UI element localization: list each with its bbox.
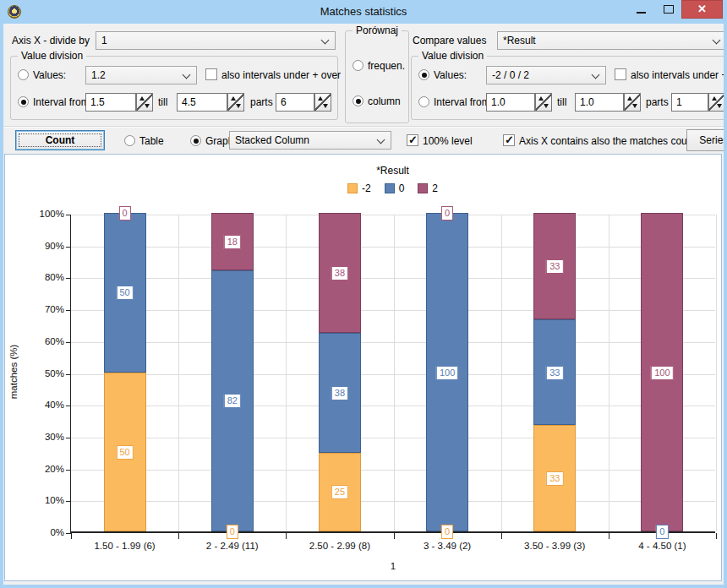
level-100-label: 100% level [423,135,473,147]
left-values-radio[interactable] [18,69,29,80]
porownaj-group: Porównaj frequen. column [345,30,409,123]
bar-value-label: 33 [546,471,563,486]
grid-line-vertical [286,215,287,531]
frequen-label: frequen. [368,60,405,72]
x-axis-title: 1 [71,561,715,571]
table-radio[interactable] [124,135,135,146]
window-title: Matches statistics [0,5,727,18]
grid-line-vertical [609,215,609,531]
chevron-down-icon [713,36,721,45]
close-button[interactable] [681,0,723,19]
right-till-value: 1.0 [575,93,624,112]
bar-value-label: 38 [331,386,348,400]
left-interval-from-spinner[interactable]: 1.5 [85,93,153,112]
graph-radio[interactable] [190,135,201,146]
x-axis-tick [71,533,72,539]
chart-legend: -202 [70,182,715,194]
legend-label: 2 [432,182,438,194]
axis-x-label: Axis X - divide by [12,35,90,46]
column-label: column [368,95,401,107]
y-tick-label: 100% [3,209,64,219]
right-till-spinner[interactable]: 1.0 [575,93,641,112]
right-interval-from-label: Interval from [434,96,490,108]
spin-updown-icon[interactable] [535,93,552,112]
left-till-value: 4.5 [177,93,227,112]
left-values-label: Values: [33,69,66,81]
left-also-intervals-label: also intervals under + over [221,69,341,81]
spin-updown-icon[interactable] [136,93,153,112]
left-till-label: till [158,96,167,108]
column-radio[interactable] [353,95,364,106]
compare-values-label: Compare values [413,35,486,46]
right-interval-from-value: 1.0 [486,93,535,112]
graph-type-combobox[interactable]: Stacked Column [229,131,391,150]
y-axis-tick [66,501,71,502]
title-bar: Matches statistics [0,0,727,24]
bar-value-label: 100 [651,366,673,380]
axis-x-count-checkbox[interactable] [503,134,515,146]
bar-value-label: 0 [227,525,238,539]
right-values-radio[interactable] [418,69,429,80]
left-parts-spinner[interactable]: 6 [276,93,331,112]
compare-values-combobox[interactable]: *Result [497,31,724,50]
count-button-label: Count [16,134,104,146]
left-interval-radio[interactable] [18,96,29,107]
axis-x-combobox-value: 1 [101,35,107,46]
axis-x-combobox[interactable]: 1 [96,31,336,50]
legend-label: 0 [399,182,405,194]
right-parts-spinner[interactable]: 1 [671,93,724,112]
minimize-icon [637,12,646,14]
x-axis-tick [286,533,287,539]
x-axis-tick [501,533,502,539]
left-till-spinner[interactable]: 4.5 [177,93,244,112]
left-values-combobox[interactable]: 1.2 [85,66,197,84]
right-values-label: Values: [434,69,467,81]
frequen-radio[interactable] [353,60,364,71]
bar-value-label: 0 [441,525,453,539]
legend-item: -2 [347,182,371,194]
series-button-label: Series ... [687,134,724,146]
bar-value-label: 82 [224,394,241,408]
right-till-label: till [557,96,566,108]
series-button[interactable]: Series ... [686,129,724,151]
right-values-combobox[interactable]: -2 / 0 / 2 [486,66,606,84]
maximize-button[interactable] [658,2,680,17]
right-also-intervals-label: also intervals under + over [631,69,724,81]
y-axis-tick [66,215,71,215]
table-label: Table [139,135,164,147]
graph-type-combobox-value: Stacked Column [235,134,309,146]
bar-value-label: 100 [436,366,458,380]
spin-updown-icon[interactable] [624,93,641,112]
spin-updown-icon[interactable] [708,93,724,112]
left-value-division-group: Value division Values: 1.2 also interval… [10,56,338,120]
bar-value-label: 0 [119,206,131,220]
x-category-label: 3.50 - 3.99 (3) [501,541,609,551]
right-interval-from-spinner[interactable]: 1.0 [486,93,552,112]
level-100-checkbox[interactable] [407,134,418,146]
minimize-button[interactable] [631,2,653,17]
count-button[interactable]: Count [15,130,105,150]
compare-values-combobox-value: *Result [503,35,536,46]
spin-updown-icon[interactable] [314,93,331,112]
y-tick-label: 70% [3,304,64,314]
x-axis-tick [394,533,395,539]
y-axis-tick [66,406,71,406]
right-interval-radio[interactable] [418,96,429,107]
right-value-division-label: Value division [418,50,487,62]
right-also-intervals-checkbox[interactable] [615,68,626,80]
y-axis-tick [66,374,71,375]
chart-panel: *Result -202 matches (%) 1 0%10%20%30%40… [4,154,722,581]
left-also-intervals-checkbox[interactable] [205,68,217,80]
y-tick-label: 80% [3,272,64,282]
grid-line-vertical [394,215,395,531]
porownaj-group-label: Porównaj [353,24,402,36]
right-value-division-group: Value division Values: -2 / 0 / 2 also i… [411,56,724,120]
spin-updown-icon[interactable] [227,93,244,112]
y-axis-tick [66,247,71,248]
bar-value-label: 18 [224,235,241,249]
legend-swatch-icon [385,183,395,193]
y-tick-label: 20% [3,464,64,474]
grid-line-vertical [178,215,179,531]
x-category-label: 1.50 - 1.99 (6) [71,541,178,551]
y-tick-label: 0% [3,527,64,537]
